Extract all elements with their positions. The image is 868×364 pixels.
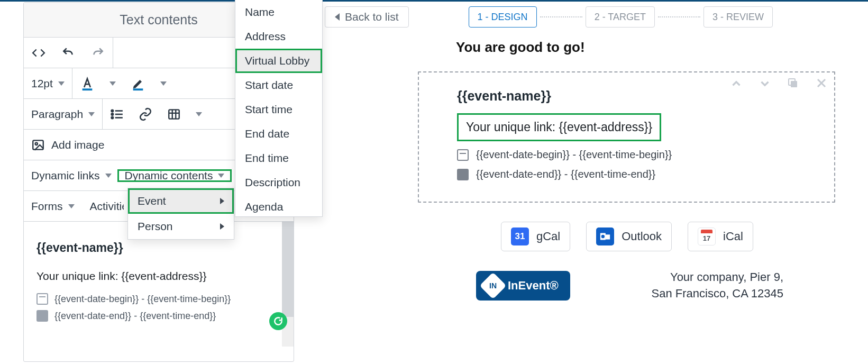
outlook-icon [596,228,614,245]
undo-button[interactable] [53,38,83,68]
outlook-button[interactable]: Outlook [586,222,672,251]
editor-content[interactable]: {{event-name}} Your unique link: {{event… [24,222,294,343]
address-line-2: San Francisco, CA 12345 [652,286,783,302]
calendar-filled-icon [36,310,48,322]
step-review[interactable]: 3 - REVIEW [703,6,773,28]
preview-heading: You are good to go! [456,39,842,56]
highlight-button[interactable] [123,68,153,98]
font-size-select[interactable]: 12pt [24,68,72,98]
highlight-dd[interactable] [153,68,174,98]
move-down-icon[interactable] [758,77,772,90]
calendar-buttons: 31 gCal Outlook iCal [413,222,842,251]
calendar-outline-icon [36,293,48,305]
chevron-down-icon [58,81,65,86]
close-icon[interactable] [815,77,829,90]
ical-icon [698,228,716,245]
step-design[interactable]: 1 - DESIGN [469,6,537,28]
address-line-1: Your company, Pier 9, [652,269,783,286]
link-button[interactable] [131,99,160,129]
submenu-start-date-label: Start date [245,79,293,92]
paragraph-select[interactable]: Paragraph [24,99,102,129]
undo-icon [61,46,75,60]
step-target[interactable]: 2 - TARGET [586,6,655,28]
brand-name: InEvent® [508,279,559,293]
move-up-icon[interactable] [729,77,743,90]
step-target-label: 2 - TARGET [595,12,646,23]
menu-person[interactable]: Person [128,214,234,239]
gcal-button[interactable]: 31 gCal [501,222,570,251]
svg-rect-12 [33,140,43,149]
submenu-agenda-label: Agenda [245,201,283,213]
forms-label: Forms [31,200,63,213]
list-icon [110,107,124,121]
gcal-label: gCal [536,230,560,243]
preview-card[interactable]: {{event-name}} Your unique link: {{event… [418,71,835,203]
text-color-dd[interactable] [102,68,123,98]
svg-rect-1 [133,88,143,90]
preview-footer: InEvent® Your company, Pier 9, San Franc… [476,269,783,302]
text-color-button[interactable] [72,68,102,98]
forms-select[interactable]: Forms [24,200,82,213]
link-icon [139,107,152,121]
submenu-end-time[interactable]: End time [235,146,322,170]
submenu-start-date[interactable]: Start date [235,73,322,97]
step-connector [658,16,700,17]
editor-date-begin: {{event-date-begin}} - {{event-time-begi… [54,294,231,305]
editor-date-begin-row: {{event-date-begin}} - {{event-time-begi… [36,293,281,305]
card-unique-link: Your unique link: {{event-address}} [466,120,652,134]
submenu-name[interactable]: Name [235,0,322,24]
svg-rect-0 [83,88,93,90]
grammarly-icon[interactable] [269,312,287,330]
ical-button[interactable]: iCal [688,222,753,251]
table-dd[interactable] [188,99,209,129]
dynamic-contents-select[interactable]: Dynamic contents [117,169,232,182]
step-review-label: 3 - REVIEW [712,12,764,23]
activities-select[interactable]: Activities [83,200,124,213]
svg-point-13 [35,142,38,144]
redo-button[interactable] [83,38,113,68]
chevron-down-icon [105,174,112,178]
step-connector [540,16,582,17]
gcal-day: 31 [515,231,525,242]
chevron-down-icon [68,204,75,208]
card-date-end: {{event-date-end}} - {{event-time-end}} [476,168,655,180]
table-button[interactable] [160,99,188,129]
step-indicator: 1 - DESIGN 2 - TARGET 3 - REVIEW [469,6,773,28]
editor-event-name: {{event-name}} [36,241,281,255]
chevron-down-icon [109,81,116,86]
code-view-button[interactable] [24,38,53,68]
brand-mark-icon [480,272,507,299]
submenu-end-time-label: End time [245,152,289,165]
card-date-begin-row: {{event-date-begin}} - {{event-time-begi… [457,149,818,161]
list-button[interactable] [103,99,131,129]
add-image-button[interactable]: Add image [24,138,112,152]
card-toolbar [729,77,829,90]
table-icon [167,107,181,121]
submenu-description[interactable]: Description [235,170,322,195]
submenu-agenda[interactable]: Agenda [235,195,322,219]
svg-rect-14 [791,81,797,87]
redo-icon [91,46,105,60]
back-to-list-button[interactable]: Back to list [325,6,409,28]
submenu-virtual-lobby[interactable]: Virtual Lobby [235,49,322,73]
dynamic-contents-menu: Event Person [127,188,234,240]
submenu-start-time[interactable]: Start time [235,97,322,122]
gcal-icon: 31 [511,228,529,245]
calendar-outline-icon [457,149,469,161]
copy-icon[interactable] [787,77,800,90]
chevron-down-icon [88,112,95,116]
submenu-description-label: Description [245,176,300,189]
image-icon [31,138,45,152]
submenu-address[interactable]: Address [235,24,322,49]
ical-label: iCal [723,230,743,243]
menu-event[interactable]: Event [128,188,234,214]
submenu-end-date[interactable]: End date [235,122,322,146]
panel-title-text: Text contents [120,12,197,28]
dynamic-links-select[interactable]: Dynamic links [24,169,117,182]
highlight-icon [131,76,145,91]
menu-event-label: Event [138,195,166,207]
svg-point-2 [112,110,113,111]
outlook-label: Outlook [622,230,662,243]
submenu-address-label: Address [245,30,286,43]
paragraph-value: Paragraph [31,108,83,121]
